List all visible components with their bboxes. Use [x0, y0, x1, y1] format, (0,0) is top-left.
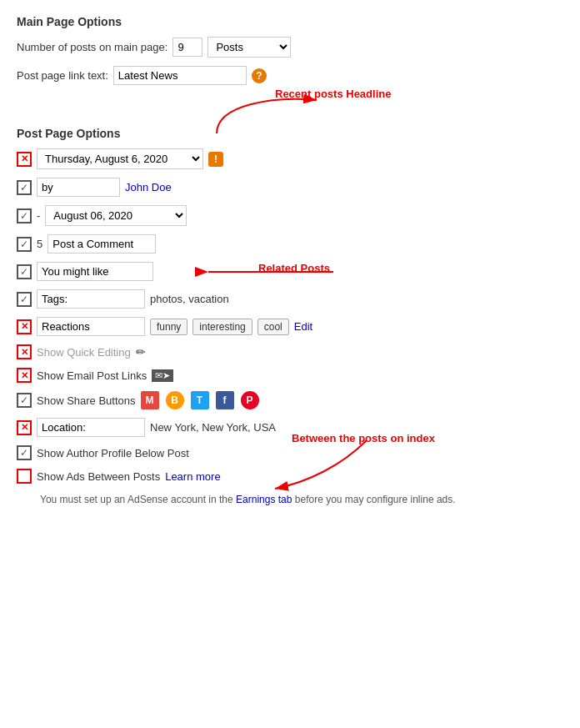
pencil-icon: ✏ — [136, 345, 146, 359]
email-post-row: ✕ Show Email Post Links ✉➤ — [17, 368, 563, 383]
reactions-row: ✕ funny interesting cool Edit — [17, 317, 563, 336]
post-page-link-label: Post page link text: — [17, 69, 108, 82]
related-posts-checkbox[interactable]: ✓ — [17, 264, 32, 279]
reactions-input[interactable] — [37, 317, 145, 336]
reaction-tag-funny[interactable]: funny — [150, 319, 188, 335]
show-ads-label: Show Ads Between Posts — [37, 470, 160, 483]
tags-value: photos, vacation — [150, 293, 229, 305]
author-name: John Doe — [125, 181, 172, 193]
posts-type-select[interactable]: Posts — [208, 37, 291, 58]
comment-count: 5 — [37, 238, 42, 250]
show-ads-checkbox[interactable] — [17, 469, 32, 484]
num-posts-label: Number of posts on main page: — [17, 41, 168, 53]
author-profile-row: ✓ Show Author Profile Below Post — [17, 445, 563, 460]
reactions-edit-link[interactable]: Edit — [294, 320, 312, 333]
recent-posts-headline-label: Recent posts Headline — [275, 88, 391, 100]
quick-editing-checkbox[interactable]: ✕ — [17, 344, 32, 359]
share-blogger-icon: B — [166, 391, 184, 409]
reaction-tag-interesting[interactable]: interesting — [192, 319, 252, 335]
main-page-options-section: Main Page Options Number of posts on mai… — [17, 15, 563, 85]
ads-note-text: You must set up an AdSense account in th… — [17, 492, 563, 507]
date-row: ✕ Thursday, August 6, 2020 ! — [17, 148, 563, 169]
num-posts-row: Number of posts on main page: Posts — [17, 37, 563, 58]
share-buttons-row: ✓ Show Share Buttons M B T f P — [17, 391, 563, 409]
related-posts-input[interactable] — [37, 262, 153, 281]
share-twitter-icon: T — [191, 391, 209, 409]
reaction-tag-cool[interactable]: cool — [258, 319, 289, 335]
post-page-options-section: Post Page Options ✕ Thursday, August 6, … — [17, 127, 563, 507]
share-buttons-checkbox[interactable]: ✓ — [17, 393, 32, 408]
tags-label-input[interactable] — [37, 289, 145, 309]
email-post-checkbox[interactable]: ✕ — [17, 368, 32, 383]
date-format-select[interactable]: August 06, 2020 — [45, 205, 187, 226]
between-posts-arrow — [258, 432, 425, 499]
email-post-label: Show Email Post Links — [37, 369, 147, 382]
post-page-link-row: Post page link text: ? — [17, 66, 563, 85]
date-checkbox[interactable]: ✕ — [17, 152, 32, 167]
location-row: ✕ New York, New York, USA — [17, 418, 563, 437]
post-page-link-input[interactable] — [113, 66, 247, 85]
info-icon: ! — [208, 152, 223, 167]
quick-editing-label: Show Quick Editing — [37, 346, 131, 359]
author-profile-checkbox[interactable]: ✓ — [17, 445, 32, 460]
comments-checkbox[interactable]: ✓ — [17, 237, 32, 252]
author-checkbox[interactable]: ✓ — [17, 180, 32, 195]
tags-checkbox[interactable]: ✓ — [17, 292, 32, 307]
share-gmail-icon: M — [141, 391, 159, 409]
learn-more-link[interactable]: Learn more — [165, 470, 220, 483]
share-buttons-label: Show Share Buttons — [37, 394, 136, 407]
comments-row: ✓ 5 — [17, 234, 563, 254]
earnings-link[interactable]: Earnings tab — [236, 494, 292, 505]
main-page-options-title: Main Page Options — [17, 15, 563, 28]
email-post-icon: ✉➤ — [152, 369, 173, 382]
show-ads-row: Show Ads Between Posts Learn more — [17, 469, 563, 484]
num-posts-input[interactable] — [172, 38, 202, 57]
location-value: New York, New York, USA — [150, 421, 276, 434]
share-pinterest-icon: P — [241, 391, 259, 409]
author-row: ✓ John Doe — [17, 178, 563, 197]
date-display-row: ✓ - August 06, 2020 — [17, 205, 563, 226]
reactions-checkbox[interactable]: ✕ — [17, 319, 32, 334]
quick-editing-row: ✕ Show Quick Editing ✏ — [17, 344, 563, 359]
dash-label: - — [37, 209, 40, 222]
post-page-options-title: Post Page Options — [17, 127, 563, 140]
author-profile-label: Show Author Profile Below Post — [37, 447, 189, 459]
help-icon[interactable]: ? — [252, 68, 267, 83]
location-checkbox[interactable]: ✕ — [17, 420, 32, 435]
share-facebook-icon: f — [216, 391, 234, 409]
date-select[interactable]: Thursday, August 6, 2020 — [37, 148, 203, 169]
by-input[interactable] — [37, 178, 120, 197]
date-display-checkbox[interactable]: ✓ — [17, 208, 32, 223]
related-posts-row: ✓ — [17, 262, 563, 281]
location-label-input[interactable] — [37, 418, 145, 437]
comment-label-input[interactable] — [48, 234, 156, 254]
tags-row: ✓ photos, vacation — [17, 289, 563, 309]
